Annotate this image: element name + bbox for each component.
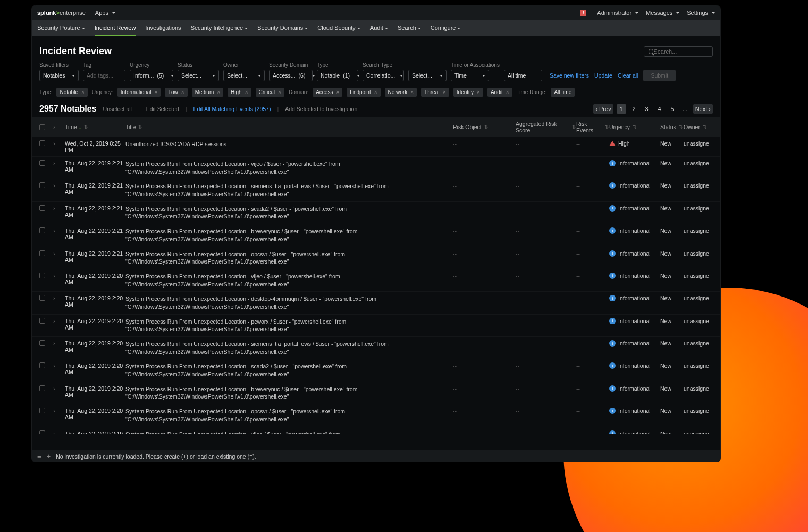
expand-row-icon[interactable]: › xyxy=(53,140,55,147)
filter-chip[interactable]: Access× xyxy=(313,88,342,97)
nav-item[interactable]: Investigations xyxy=(145,21,181,36)
row-checkbox[interactable] xyxy=(39,205,45,211)
clear-filters-link[interactable]: Clear all xyxy=(618,72,638,79)
expand-row-icon[interactable]: › xyxy=(53,273,55,279)
filter-chip[interactable]: Threat× xyxy=(421,88,449,97)
messages-menu[interactable]: Messages xyxy=(646,10,679,16)
row-checkbox[interactable] xyxy=(39,408,45,413)
add-to-investigation-link[interactable]: Add Selected to Investigation xyxy=(285,106,357,112)
pager-item[interactable]: ... xyxy=(680,104,690,114)
chip-remove-icon[interactable]: × xyxy=(278,89,281,95)
search-box[interactable] xyxy=(644,46,713,57)
expand-row-icon[interactable]: › xyxy=(53,205,55,212)
filter-chip[interactable]: Network× xyxy=(385,88,417,97)
chip-remove-icon[interactable]: × xyxy=(410,89,414,95)
list-icon[interactable]: ≡ xyxy=(37,452,41,460)
urgency-dropdown[interactable]: Inform...(5) xyxy=(130,70,173,81)
associations-select-dropdown[interactable]: Select... xyxy=(408,70,447,81)
nav-item[interactable]: Security Intelligence xyxy=(191,21,248,36)
row-checkbox[interactable] xyxy=(39,318,45,324)
filter-chip[interactable]: Audit× xyxy=(487,88,512,97)
nav-item[interactable]: Security Domains xyxy=(257,21,308,36)
row-checkbox[interactable] xyxy=(39,295,45,301)
nav-item[interactable]: Cloud Security xyxy=(317,21,360,36)
chip-remove-icon[interactable]: × xyxy=(443,89,446,95)
col-risk-object[interactable]: Risk Object xyxy=(453,124,516,130)
chip-remove-icon[interactable]: × xyxy=(217,89,220,95)
chip-remove-icon[interactable]: × xyxy=(81,89,85,95)
expand-row-icon[interactable]: › xyxy=(53,362,55,369)
chip-remove-icon[interactable]: × xyxy=(506,89,509,95)
pager-item[interactable]: 1 xyxy=(617,104,626,114)
expand-row-icon[interactable]: › xyxy=(53,295,55,301)
nav-item[interactable]: Incident Review xyxy=(95,21,136,36)
unselect-all-link[interactable]: Unselect all xyxy=(103,106,132,112)
expand-row-icon[interactable]: › xyxy=(53,318,55,324)
filter-chip[interactable]: Notable× xyxy=(56,88,87,97)
row-checkbox[interactable] xyxy=(39,362,45,368)
nav-item[interactable]: Search xyxy=(398,21,421,36)
filter-chip[interactable]: Informational× xyxy=(117,88,161,97)
expand-row-icon[interactable]: › xyxy=(53,408,55,414)
saved-filters-dropdown[interactable]: Notables xyxy=(39,70,79,81)
all-time-dropdown[interactable]: All time xyxy=(504,70,542,81)
chip-remove-icon[interactable]: × xyxy=(336,89,339,95)
chip-remove-icon[interactable]: × xyxy=(477,89,480,95)
pager-item[interactable]: 4 xyxy=(655,104,664,114)
search-input[interactable] xyxy=(653,48,708,55)
row-checkbox[interactable] xyxy=(39,430,45,434)
status-dropdown[interactable]: Select... xyxy=(178,70,219,81)
row-checkbox[interactable] xyxy=(39,340,45,346)
col-owner[interactable]: Owner xyxy=(684,124,713,130)
chip-remove-icon[interactable]: × xyxy=(181,89,184,95)
search-type-dropdown[interactable]: Correlatio... xyxy=(363,70,404,81)
pager-item[interactable]: 5 xyxy=(668,104,677,114)
filter-chip[interactable]: Endpoint× xyxy=(347,88,380,97)
expand-row-icon[interactable]: › xyxy=(53,340,55,347)
security-domain-dropdown[interactable]: Access...(6) xyxy=(269,70,313,81)
expand-row-icon[interactable]: › xyxy=(53,385,55,392)
row-checkbox[interactable] xyxy=(39,160,45,166)
apps-menu[interactable]: Apps xyxy=(95,10,115,16)
row-checkbox[interactable] xyxy=(39,273,45,278)
expand-all-icon[interactable]: › xyxy=(53,124,55,130)
owner-dropdown[interactable]: Select... xyxy=(223,70,265,81)
expand-row-icon[interactable]: › xyxy=(53,182,55,189)
edit-selected-link[interactable]: Edit Selected xyxy=(146,106,179,112)
update-filters-link[interactable]: Update xyxy=(594,72,612,79)
expand-row-icon[interactable]: › xyxy=(53,227,55,234)
pager-item[interactable]: 3 xyxy=(642,104,652,114)
col-status[interactable]: Status xyxy=(660,124,684,130)
edit-all-link[interactable]: Edit All Matching Events (2957) xyxy=(193,106,271,112)
time-assoc-dropdown[interactable]: Time xyxy=(451,70,489,81)
expand-row-icon[interactable]: › xyxy=(53,160,55,166)
expand-row-icon[interactable]: › xyxy=(53,430,55,434)
add-icon[interactable]: + xyxy=(47,452,51,460)
select-all-checkbox[interactable] xyxy=(39,124,45,130)
chip-remove-icon[interactable]: × xyxy=(155,89,158,95)
filter-chip[interactable]: High× xyxy=(228,88,251,97)
col-urgency[interactable]: Urgency xyxy=(609,124,660,130)
filter-chip[interactable]: Low× xyxy=(165,88,187,97)
nav-item[interactable]: Audit xyxy=(370,21,388,36)
row-checkbox[interactable] xyxy=(39,182,45,188)
nav-item[interactable]: Security Posture xyxy=(37,21,85,36)
col-time[interactable]: Time ↓ xyxy=(65,124,125,130)
administrator-menu[interactable]: Administrator xyxy=(597,10,638,16)
settings-menu[interactable]: Settings xyxy=(687,10,715,16)
row-checkbox[interactable] xyxy=(39,227,45,233)
warning-icon[interactable]: ! xyxy=(580,10,586,16)
col-title[interactable]: Title xyxy=(125,124,453,130)
nav-item[interactable]: Configure xyxy=(431,21,461,36)
row-checkbox[interactable] xyxy=(39,140,45,146)
chip-remove-icon[interactable]: × xyxy=(245,89,248,95)
filter-chip[interactable]: Medium× xyxy=(192,88,223,97)
save-filters-link[interactable]: Save new filters xyxy=(550,72,589,79)
col-risk-events[interactable]: Risk Events xyxy=(576,121,609,133)
type-dropdown[interactable]: Notable(1) xyxy=(317,70,358,81)
row-checkbox[interactable] xyxy=(39,385,45,391)
col-aggregated-risk-score[interactable]: Aggregated Risk Score xyxy=(516,121,576,133)
expand-row-icon[interactable]: › xyxy=(53,250,55,257)
filter-chip[interactable]: All time xyxy=(551,88,575,97)
chip-remove-icon[interactable]: × xyxy=(374,89,377,95)
